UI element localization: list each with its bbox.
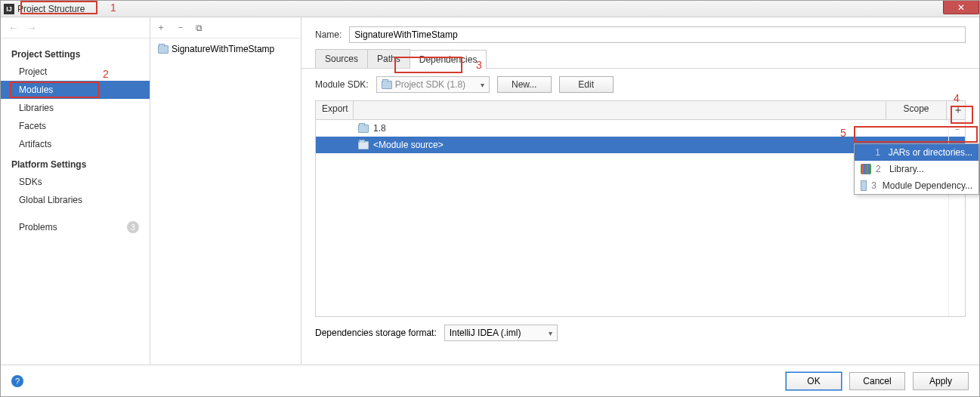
- sdk-icon: [358, 125, 369, 133]
- menu-module-dependency[interactable]: 3 Module Dependency...: [855, 177, 978, 194]
- project-structure-dialog: IJ Project Structure ✕ ← → Project Setti…: [0, 0, 980, 397]
- new-sdk-button[interactable]: New...: [497, 76, 552, 93]
- dependency-module-source-label: <Module source>: [373, 140, 444, 150]
- add-dependency-popup: 1 JARs or directories... 2 Library... 3 …: [854, 143, 979, 195]
- sidebar-item-facets[interactable]: Facets: [1, 117, 150, 135]
- project-settings-heading: Project Settings: [1, 43, 150, 63]
- back-arrow-icon[interactable]: ←: [8, 22, 19, 34]
- module-dep-icon: [861, 180, 867, 191]
- tab-dependencies[interactable]: Dependencies: [410, 50, 487, 69]
- column-name: [354, 101, 886, 119]
- module-editor: Name: Sources Paths Dependencies Module …: [301, 17, 979, 365]
- dependency-sdk-label: 1.8: [373, 123, 386, 134]
- module-name: SignatureWithTimeStamp: [172, 44, 274, 54]
- sidebar-item-global-libraries[interactable]: Global Libraries: [1, 191, 150, 209]
- forward-arrow-icon[interactable]: →: [26, 22, 37, 34]
- modules-list-panel: ＋ － ⧉ SignatureWithTimeStamp: [150, 17, 301, 365]
- menu-jars-or-directories[interactable]: 1 JARs or directories...: [855, 144, 978, 161]
- module-sdk-value: Project SDK (1.8): [395, 79, 465, 90]
- add-dependency-button[interactable]: ＋: [947, 101, 965, 119]
- menu-jars-label: JARs or directories...: [889, 147, 972, 158]
- dependency-row-sdk[interactable]: 1.8: [316, 120, 965, 137]
- remove-module-icon[interactable]: －: [176, 21, 185, 34]
- tab-paths[interactable]: Paths: [367, 49, 410, 68]
- jar-icon: [861, 147, 870, 158]
- help-button[interactable]: ?: [11, 375, 23, 387]
- sidebar-item-modules[interactable]: Modules: [1, 81, 150, 99]
- window-title: Project Structure: [17, 4, 85, 14]
- sdk-folder-icon: [382, 81, 392, 89]
- tab-sources[interactable]: Sources: [315, 49, 368, 68]
- sidebar-item-project[interactable]: Project: [1, 63, 150, 81]
- storage-format-label: Dependencies storage format:: [315, 328, 437, 338]
- problems-count-badge: 3: [127, 221, 139, 233]
- remove-dependency-icon[interactable]: －: [953, 123, 962, 136]
- add-module-icon[interactable]: ＋: [156, 21, 165, 34]
- module-sdk-combo[interactable]: Project SDK (1.8): [376, 76, 490, 93]
- dependencies-table: Export Scope ＋ 1.8 <Module source>: [315, 100, 966, 317]
- module-name-input[interactable]: [349, 26, 966, 43]
- storage-format-value: IntelliJ IDEA (.iml): [450, 328, 521, 338]
- module-folder-icon: [158, 45, 168, 54]
- ok-button[interactable]: OK: [786, 372, 842, 390]
- edit-sdk-button[interactable]: Edit: [559, 76, 614, 93]
- sidebar-item-sdks[interactable]: SDKs: [1, 173, 150, 191]
- module-item[interactable]: SignatureWithTimeStamp: [155, 42, 296, 57]
- intellij-icon: IJ: [4, 4, 14, 14]
- apply-button[interactable]: Apply: [913, 372, 969, 390]
- menu-library[interactable]: 2 Library...: [855, 161, 978, 177]
- storage-format-combo[interactable]: IntelliJ IDEA (.iml): [444, 325, 558, 341]
- settings-sidebar: ← → Project Settings Project Modules Lib…: [1, 17, 150, 365]
- problems-label: Problems: [19, 222, 57, 232]
- platform-settings-heading: Platform Settings: [1, 153, 150, 173]
- column-scope[interactable]: Scope: [886, 101, 947, 119]
- dialog-footer: ? OK Cancel Apply: [1, 365, 979, 396]
- module-source-icon: [358, 141, 369, 149]
- menu-library-label: Library...: [889, 164, 924, 174]
- menu-module-dep-label: Module Dependency...: [883, 180, 972, 191]
- sidebar-item-artifacts[interactable]: Artifacts: [1, 135, 150, 153]
- close-button[interactable]: ✕: [943, 1, 979, 14]
- sidebar-item-libraries[interactable]: Libraries: [1, 99, 150, 117]
- sidebar-item-problems[interactable]: Problems 3: [1, 217, 150, 238]
- titlebar: IJ Project Structure ✕: [1, 1, 979, 17]
- module-sdk-label: Module SDK:: [315, 79, 369, 90]
- copy-module-icon[interactable]: ⧉: [196, 23, 202, 33]
- library-icon: [861, 164, 871, 174]
- name-label: Name:: [315, 29, 342, 40]
- cancel-button[interactable]: Cancel: [849, 372, 905, 390]
- column-export[interactable]: Export: [316, 101, 354, 119]
